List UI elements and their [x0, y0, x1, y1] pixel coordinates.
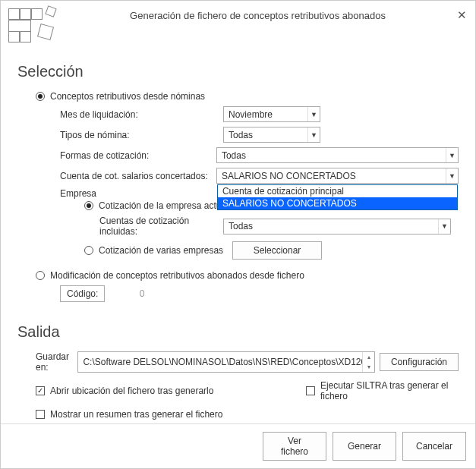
dropdown-option-selected[interactable]: SALARIOS NO CONCERTADOS — [218, 197, 457, 209]
label-cuentas-inc: Cuentas de cotización incluidas: — [99, 216, 223, 237]
label-cuenta-sal: Cuenta de cot. salarios concertados: — [60, 171, 216, 181]
label-cot-varias: Cotización de varias empresas — [99, 245, 232, 256]
label-desde-fichero: Modificación de conceptos retributivos a… — [50, 270, 304, 281]
label-cot-actual: Cotización de la empresa actual — [99, 200, 229, 211]
config-button[interactable]: Configuración — [380, 353, 459, 371]
combo-cuentas-inc-value: Todas — [224, 221, 438, 231]
radio-cot-actual[interactable] — [84, 201, 93, 210]
cancelar-button[interactable]: Cancelar — [402, 432, 466, 461]
section-seleccion: Selección — [17, 63, 459, 80]
section-salida: Salida — [17, 323, 459, 341]
chevron-down-icon: ▼ — [307, 107, 320, 121]
close-icon[interactable]: ✕ — [454, 8, 469, 22]
combo-tipos[interactable]: Todas ▼ — [223, 127, 320, 143]
check-abrir[interactable] — [36, 386, 45, 395]
label-siltra: Ejecutar SILTRA tras generar el fichero — [320, 380, 459, 401]
label-empresa: Empresa — [60, 188, 223, 199]
label-abrir: Abrir ubicación del fichero tras generar… — [50, 386, 213, 396]
guardar-path[interactable]: C:\Software DELSOL\NOMINASOL\Datos\NS\RE… — [77, 351, 375, 373]
generar-button[interactable]: Generar — [333, 432, 396, 461]
label-resumen: Mostrar un resumen tras generar el fiche… — [50, 409, 222, 420]
radio-desde-fichero[interactable] — [36, 271, 45, 280]
check-resumen[interactable] — [36, 410, 45, 419]
radio-desde-nominas[interactable] — [36, 92, 45, 101]
chevron-down-icon: ▼ — [438, 219, 450, 234]
label-mes: Mes de liquidación: — [60, 109, 223, 120]
window-title: Generación de fichero de conceptos retri… — [61, 8, 454, 21]
ver-fichero-button[interactable]: Ver fichero — [263, 432, 326, 461]
chevron-down-icon: ▼ — [307, 127, 320, 142]
label-tipos: Tipos de nómina: — [60, 130, 223, 140]
combo-cuenta-sal-value: SALARIOS NO CONCERTADOS — [217, 171, 446, 181]
label-formas: Formas de cotización: — [60, 150, 216, 161]
dropdown-option[interactable]: Cuenta de cotización principal — [218, 185, 457, 197]
combo-formas-value: Todas — [217, 150, 446, 161]
combo-formas[interactable]: Todas ▼ — [216, 147, 459, 163]
label-guardar: Guardar en: — [36, 351, 77, 373]
app-logo — [8, 8, 61, 46]
combo-cuentas-inc[interactable]: Todas ▼ — [223, 219, 451, 234]
codigo-label-box: Código: — [60, 285, 105, 302]
dropdown-list: Cuenta de cotización principal SALARIOS … — [217, 184, 458, 210]
radio-cot-varias[interactable] — [84, 246, 93, 255]
label-codigo: Código: — [67, 288, 98, 299]
label-desde-nominas: Conceptos retributivos desde nóminas — [50, 91, 205, 102]
scrollbar[interactable]: ▴▾ — [362, 352, 374, 372]
combo-mes-value: Noviembre — [224, 109, 307, 120]
combo-mes[interactable]: Noviembre ▼ — [223, 106, 320, 122]
seleccionar-button[interactable]: Seleccionar — [232, 241, 322, 260]
chevron-down-icon: ▼ — [446, 148, 458, 162]
check-siltra[interactable] — [306, 386, 315, 395]
guardar-path-value: C:\Software DELSOL\NOMINASOL\Datos\NS\RE… — [78, 352, 362, 372]
combo-cuenta-sal[interactable]: SALARIOS NO CONCERTADOS ▼ Cuenta de coti… — [216, 168, 459, 184]
codigo-value[interactable]: 0 — [114, 288, 144, 299]
chevron-down-icon: ▼ — [446, 168, 458, 183]
combo-tipos-value: Todas — [224, 130, 307, 140]
